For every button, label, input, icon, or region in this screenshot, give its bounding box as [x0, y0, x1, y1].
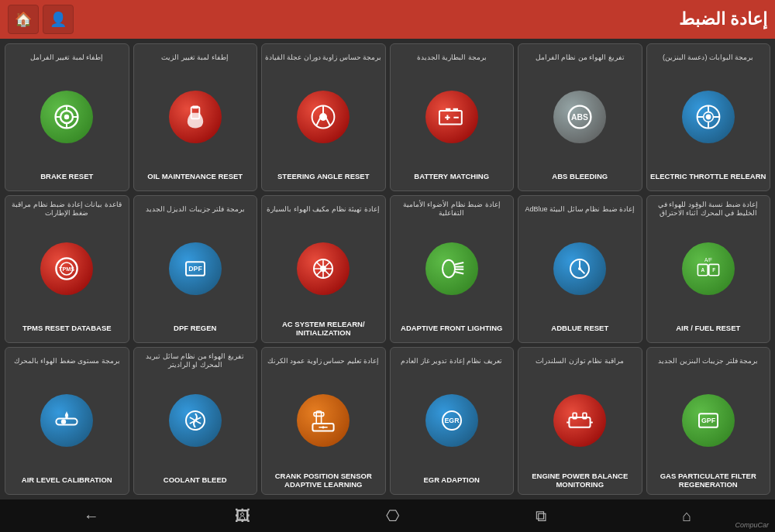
card-coolant-bleed[interactable]: تفريغ الهواء من نظام سائل تبريد المحرك ا…	[133, 347, 258, 495]
card-arabic-steering-angle: برمجة حساس زاوية دوران عجلة القيادة	[265, 47, 382, 67]
card-label-engine-power: ENGINE POWER BALANCE MONITORING	[521, 470, 639, 490]
card-icon-coolant-bleed	[169, 394, 222, 447]
card-label-air-level: AIR LEVEL CALIBRATION	[22, 470, 112, 490]
card-icon-battery-matching	[425, 91, 478, 143]
card-label-coolant-bleed: COOLANT BLEED	[164, 470, 227, 490]
card-electric-throttle[interactable]: برمجة البوابات (دعسة البنزين) ELECTRIC T…	[646, 43, 771, 191]
card-air-fuel-reset[interactable]: إعادة ضبط نسبة الوقود للهواء في الخليط ف…	[646, 195, 771, 343]
svg-rect-54	[314, 413, 324, 417]
card-label-adaptive-front: ADAPTIVE FRONT LIGHTING	[401, 318, 502, 338]
card-arabic-adaptive-front: إعادة ضبط نظام الأضواء الأمامية التفاعلي…	[393, 199, 512, 219]
card-label-crank-position: CRANK POSITION SENSOR ADAPTIVE LEARNING	[264, 470, 383, 490]
bottom-bar-wrapper: ← 🖼 ⎔ ⧉ ⌂ CompuCar	[0, 499, 775, 532]
svg-text:ABS: ABS	[571, 113, 588, 122]
page-title: إعادة الضبط	[679, 9, 767, 29]
card-brake-reset[interactable]: إطفاء لمبة تغيير الفرامل BRAKE RESET	[5, 43, 129, 191]
svg-text:GPF: GPF	[701, 417, 716, 424]
card-icon-electric-throttle	[682, 91, 735, 143]
svg-text:A: A	[701, 267, 704, 273]
card-label-battery-matching: BATTERY MATCHING	[414, 166, 489, 187]
card-arabic-ac-system: إعادة تهيئة نظام مكيف الهواء بالسيارة	[267, 199, 380, 219]
brand-logo: CompuCar	[735, 521, 769, 529]
svg-text:DPF: DPF	[188, 265, 202, 273]
card-label-air-fuel-reset: AIR / FUEL RESET	[676, 318, 740, 338]
card-crank-position[interactable]: إعادة تعليم حساس زاوية عمود الكرنك CRANK…	[261, 347, 386, 495]
svg-point-10	[320, 114, 326, 120]
header-action-buttons: 🏠 👤	[8, 5, 74, 34]
card-arabic-dpf-regen: برمجة فلتر جزيبات الديزل الجديد	[146, 199, 245, 219]
svg-text:TPMS: TPMS	[59, 266, 74, 273]
svg-text:A/F: A/F	[704, 257, 712, 263]
card-adblue-reset[interactable]: إعادة ضبط نظام سائل البيئة AdBlue ADBLUE…	[518, 195, 642, 343]
svg-point-36	[443, 260, 455, 277]
copy-button[interactable]: ⧉	[536, 507, 546, 525]
card-icon-gpf-regen: GPF	[682, 394, 735, 447]
card-arabic-tpms-reset: قاعدة بيانات إعادة ضبط نظام مراقبة ضغط ا…	[8, 199, 126, 219]
card-label-gpf-regen: GAS PARTICULATE FILTER REGENERATION	[649, 470, 768, 490]
svg-point-28	[706, 115, 710, 119]
card-arabic-electric-throttle: برمجة البوابات (دعسة البنزين)	[663, 47, 754, 67]
card-tpms-reset[interactable]: قاعدة بيانات إعادة ضبط نظام مراقبة ضغط ا…	[5, 195, 129, 343]
card-icon-engine-power	[553, 394, 606, 447]
main-content: إطفاء لمبة تغيير الفرامل BRAKE RESETإطفا…	[0, 39, 775, 499]
svg-point-57	[322, 426, 325, 428]
home-button[interactable]: 🏠	[8, 5, 39, 34]
card-icon-ac-system	[297, 242, 350, 295]
card-arabic-egr-adaption: تعريف نظام إعادة تدوير غاز العادم	[401, 351, 502, 371]
card-label-egr-adaption: EGR ADAPTION	[424, 470, 480, 490]
svg-rect-60	[570, 417, 591, 427]
svg-line-37	[455, 263, 463, 264]
card-ac-system[interactable]: إعادة تهيئة نظام مكيف الهواء بالسيارة AC…	[261, 195, 386, 343]
back-button[interactable]: ←	[84, 507, 99, 525]
card-arabic-oil-maintenance: إطفاء لمبة تغيير الزيت	[161, 47, 229, 67]
card-battery-matching[interactable]: برمجة البطارية الجديدة BATTERY MATCHING	[390, 43, 515, 191]
card-label-adblue-reset: ADBLUE RESET	[551, 318, 608, 338]
svg-rect-53	[316, 411, 321, 424]
gallery-button[interactable]: 🖼	[235, 507, 250, 525]
card-icon-air-fuel-reset: A F A/F	[682, 242, 735, 295]
card-label-dpf-regen: DPF REGEN	[174, 318, 216, 338]
svg-line-40	[455, 272, 463, 273]
svg-rect-8	[192, 106, 198, 109]
card-icon-egr-adaption: EGR	[425, 394, 478, 447]
card-icon-air-level	[40, 394, 93, 447]
card-gpf-regen[interactable]: برمجة فلتر جزيبات البنزين الجديد GPF GAS…	[646, 347, 771, 495]
svg-point-35	[320, 266, 326, 272]
card-label-abs-bleeding: ABS BLEEDING	[552, 166, 608, 187]
card-icon-crank-position	[297, 394, 350, 447]
card-arabic-adblue-reset: إعادة ضبط نظام سائل البيئة AdBlue	[525, 199, 635, 219]
card-icon-adaptive-front	[425, 242, 478, 295]
card-steering-angle[interactable]: برمجة حساس زاوية دوران عجلة القيادة STEE…	[261, 43, 386, 191]
card-abs-bleeding[interactable]: تفريغ الهواء من نظام الفرامل ABS ABS BLE…	[518, 43, 642, 191]
card-label-steering-angle: STEERING ANGLE RESET	[277, 166, 369, 187]
svg-rect-49	[57, 419, 78, 425]
svg-point-50	[61, 419, 66, 424]
header: 🏠 👤 إعادة الضبط	[0, 0, 775, 39]
bottom-navigation: ← 🖼 ⎔ ⧉ ⌂	[0, 499, 775, 532]
card-oil-maintenance[interactable]: إطفاء لمبة تغيير الزيت OIL MAINTENANCE R…	[133, 43, 258, 191]
card-arabic-air-fuel-reset: إعادة ضبط نسبة الوقود للهواء في الخليط ف…	[649, 199, 768, 219]
card-egr-adaption[interactable]: تعريف نظام إعادة تدوير غاز العادم EGR EG…	[390, 347, 515, 495]
svg-point-2	[64, 115, 69, 119]
home-nav-button[interactable]: ⌂	[682, 507, 691, 525]
card-dpf-regen[interactable]: برمجة فلتر جزيبات الديزل الجديد DPF DPF …	[133, 195, 258, 343]
card-adaptive-front[interactable]: إعادة ضبط نظام الأضواء الأمامية التفاعلي…	[390, 195, 515, 343]
card-icon-dpf-regen: DPF	[169, 242, 222, 295]
svg-line-13	[326, 118, 330, 126]
svg-rect-16	[453, 108, 457, 111]
card-label-brake-reset: BRAKE RESET	[40, 166, 93, 187]
card-icon-brake-reset	[40, 91, 93, 143]
card-air-level[interactable]: برمجة مستوى ضغط الهواء بالمحرك AIR LEVEL…	[5, 347, 129, 495]
svg-rect-15	[446, 108, 450, 111]
user-button[interactable]: 👤	[43, 5, 74, 34]
usb-button[interactable]: ⎔	[386, 506, 399, 525]
card-arabic-engine-power: مراقبة نظام توازن السلندرات	[536, 351, 624, 371]
card-engine-power[interactable]: مراقبة نظام توازن السلندرات ENGINE POWER…	[518, 347, 642, 495]
card-label-electric-throttle: ELECTRIC THROTTLE RELEARN	[650, 166, 766, 187]
svg-rect-51	[66, 414, 68, 418]
card-label-tpms-reset: TPMS RESET DATABASE	[22, 318, 112, 338]
card-icon-adblue-reset	[553, 242, 606, 295]
svg-point-42	[578, 267, 581, 270]
card-icon-abs-bleeding: ABS	[553, 91, 606, 143]
card-icon-steering-angle	[297, 91, 350, 143]
